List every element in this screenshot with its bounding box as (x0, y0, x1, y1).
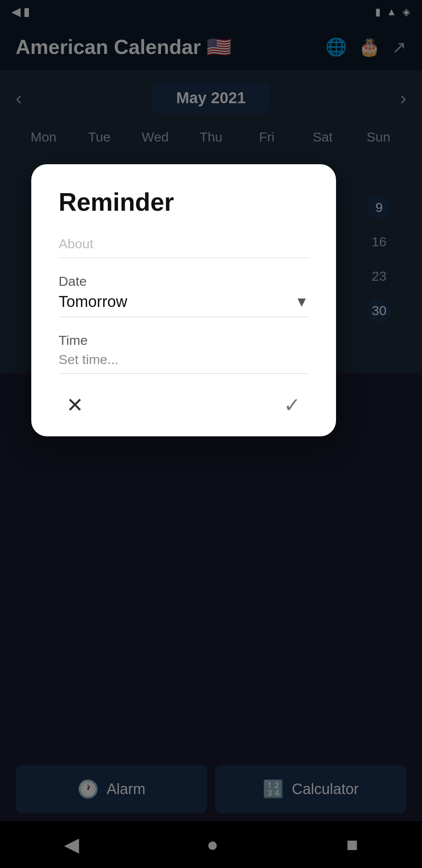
time-field-group: Time Set time... (59, 333, 309, 374)
about-input[interactable]: About (59, 236, 309, 258)
reminder-dialog: Reminder About Date Tomorrow ▼ Time Set … (31, 164, 336, 436)
about-field-group: About (59, 236, 309, 258)
dialog-actions: ✕ ✓ (59, 393, 309, 417)
dialog-title: Reminder (59, 188, 309, 217)
date-field-group: Date Tomorrow ▼ (59, 274, 309, 317)
date-select[interactable]: Tomorrow ▼ (59, 293, 309, 317)
date-value: Tomorrow (59, 293, 127, 310)
cancel-button[interactable]: ✕ (66, 393, 84, 417)
time-label: Time (59, 333, 309, 348)
confirm-button[interactable]: ✓ (284, 393, 301, 417)
chevron-down-icon: ▼ (295, 294, 309, 310)
time-input[interactable]: Set time... (59, 352, 309, 374)
date-label: Date (59, 274, 309, 289)
